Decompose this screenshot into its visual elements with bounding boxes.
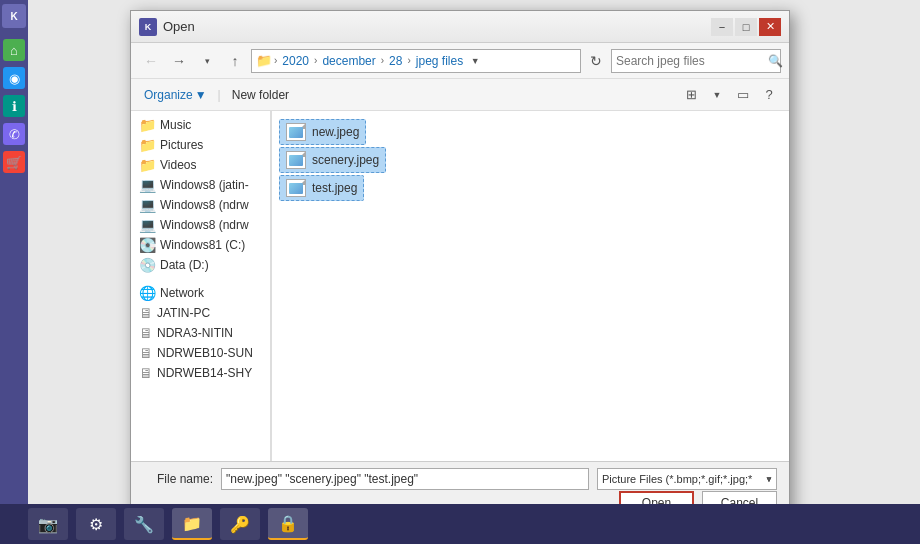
tree-item-win81-c[interactable]: 💽 Windows81 (C:) xyxy=(131,235,270,255)
dialog-titlebar: K Open − □ ✕ xyxy=(131,11,789,43)
file-item-new-jpeg[interactable]: new.jpeg xyxy=(279,119,366,145)
refresh-button[interactable]: ↻ xyxy=(585,50,607,72)
folder-tree-container: 📁 Music 📁 Pictures 📁 Videos 💻 Windows8 (… xyxy=(131,111,271,461)
taskbar-item-2[interactable]: ⚙ xyxy=(76,508,116,540)
maximize-button[interactable]: □ xyxy=(735,18,757,36)
filename-row: File name: Picture Files (*.bmp;*.gif;*.… xyxy=(143,468,777,490)
file-item-scenery-jpeg[interactable]: scenery.jpeg xyxy=(279,147,386,173)
back-button[interactable]: ← xyxy=(139,49,163,73)
view-dropdown-button[interactable]: ▼ xyxy=(705,83,729,107)
home-icon[interactable]: ⌂ xyxy=(3,39,25,61)
file-name: test.jpeg xyxy=(312,181,357,195)
computer-icon: 🖥 xyxy=(139,305,153,321)
tree-item-videos[interactable]: 📁 Videos xyxy=(131,155,270,175)
path-jpeg-files[interactable]: jpeg files xyxy=(413,53,466,69)
tree-item-win8-ndrw2[interactable]: 💻 Windows8 (ndrw xyxy=(131,215,270,235)
filename-input[interactable] xyxy=(221,468,589,490)
view-controls: ⊞ ▼ ▭ ? xyxy=(679,83,781,107)
computer-icon: 🖥 xyxy=(139,365,153,381)
filetype-select[interactable]: Picture Files (*.bmp;*.gif;*.jpg;* xyxy=(597,468,777,490)
open-dialog: K Open − □ ✕ ← → ▾ ↑ 📁 › 2020 › december… xyxy=(130,10,790,520)
search-icon[interactable]: 🔍 xyxy=(768,54,783,68)
taskbar: 📷 ⚙ 🔧 📁 🔑 🔒 xyxy=(0,504,920,544)
new-folder-button[interactable]: New folder xyxy=(227,85,294,105)
tree-item-music[interactable]: 📁 Music xyxy=(131,115,270,135)
file-icon xyxy=(286,123,306,141)
nav-toolbar: ← → ▾ ↑ 📁 › 2020 › december › 28 › jpeg … xyxy=(131,43,789,79)
panel-view-button[interactable]: ▭ xyxy=(731,83,755,107)
window-controls: − □ ✕ xyxy=(711,18,781,36)
path-2020[interactable]: 2020 xyxy=(279,53,312,69)
path-28[interactable]: 28 xyxy=(386,53,405,69)
taskbar-item-3[interactable]: 🔧 xyxy=(124,508,164,540)
taskbar-item-4[interactable]: 📁 xyxy=(172,508,212,540)
organize-button[interactable]: Organize ▼ xyxy=(139,85,212,105)
forward-button[interactable]: → xyxy=(167,49,191,73)
computer-icon: 🖥 xyxy=(139,325,153,341)
file-list: new.jpeg scenery.jpeg test.jpeg xyxy=(271,111,789,461)
tree-item-ndra3-nitin[interactable]: 🖥 NDRA3-NITIN xyxy=(131,323,270,343)
tree-item-win8-ndrw1[interactable]: 💻 Windows8 (ndrw xyxy=(131,195,270,215)
file-icon xyxy=(286,179,306,197)
drive-icon: 💿 xyxy=(139,257,156,273)
taskbar-item-5[interactable]: 🔑 xyxy=(220,508,260,540)
taskbar-item-1[interactable]: 📷 xyxy=(28,508,68,540)
file-item-test-jpeg[interactable]: test.jpeg xyxy=(279,175,364,201)
dropdown-button[interactable]: ▾ xyxy=(195,49,219,73)
app-logo: K xyxy=(2,4,26,28)
phone-icon[interactable]: ✆ xyxy=(3,123,25,145)
search-input[interactable] xyxy=(616,54,766,68)
network-icon: 🌐 xyxy=(139,285,156,301)
dialog-content: 📁 Music 📁 Pictures 📁 Videos 💻 Windows8 (… xyxy=(131,111,789,461)
titlebar-left: K Open xyxy=(139,18,195,36)
dialog-title: Open xyxy=(163,19,195,34)
folder-icon: 📁 xyxy=(139,137,156,153)
minimize-button[interactable]: − xyxy=(711,18,733,36)
folder-icon: 📁 xyxy=(139,157,156,173)
path-december[interactable]: december xyxy=(319,53,378,69)
file-icon xyxy=(286,151,306,169)
camera-icon[interactable]: ◉ xyxy=(3,67,25,89)
computer-icon: 🖥 xyxy=(139,345,153,361)
folder-tree: 📁 Music 📁 Pictures 📁 Videos 💻 Windows8 (… xyxy=(131,111,271,461)
tree-item-ndrweb14-shy[interactable]: 🖥 NDRWEB14-SHY xyxy=(131,363,270,383)
computer-icon: 💻 xyxy=(139,177,156,193)
tree-item-pictures[interactable]: 📁 Pictures xyxy=(131,135,270,155)
computer-icon: 💻 xyxy=(139,217,156,233)
up-button[interactable]: ↑ xyxy=(223,49,247,73)
info-icon[interactable]: ℹ xyxy=(3,95,25,117)
help-button[interactable]: ? xyxy=(757,83,781,107)
tree-item-win8-jatin[interactable]: 💻 Windows8 (jatin- xyxy=(131,175,270,195)
grid-view-button[interactable]: ⊞ xyxy=(679,83,703,107)
folder-icon: 📁 xyxy=(139,117,156,133)
tree-item-ndrweb10-sun[interactable]: 🖥 NDRWEB10-SUN xyxy=(131,343,270,363)
close-button[interactable]: ✕ xyxy=(759,18,781,36)
tree-item-jatin-pc[interactable]: 🖥 JATIN-PC xyxy=(131,303,270,323)
path-bar: 📁 › 2020 › december › 28 › jpeg files ▼ xyxy=(251,49,581,73)
path-library-icon: 📁 xyxy=(256,53,272,68)
drive-icon: 💽 xyxy=(139,237,156,253)
app-sidebar: K ⌂ ◉ ℹ ✆ 🛒 xyxy=(0,0,28,544)
cart-icon[interactable]: 🛒 xyxy=(3,151,25,173)
filename-label: File name: xyxy=(143,472,213,486)
file-name: scenery.jpeg xyxy=(312,153,379,167)
search-bar: 🔍 xyxy=(611,49,781,73)
tree-item-network[interactable]: 🌐 Network xyxy=(131,283,270,303)
path-dropdown-button[interactable]: ▼ xyxy=(468,51,482,71)
organize-toolbar: Organize ▼ | New folder ⊞ ▼ ▭ ? xyxy=(131,79,789,111)
file-name: new.jpeg xyxy=(312,125,359,139)
filetype-select-wrapper: Picture Files (*.bmp;*.gif;*.jpg;* ▼ xyxy=(597,468,777,490)
computer-icon: 💻 xyxy=(139,197,156,213)
tree-item-data-d[interactable]: 💿 Data (D:) xyxy=(131,255,270,275)
dialog-logo: K xyxy=(139,18,157,36)
tree-scrollbar[interactable] xyxy=(271,111,272,461)
taskbar-item-6[interactable]: 🔒 xyxy=(268,508,308,540)
